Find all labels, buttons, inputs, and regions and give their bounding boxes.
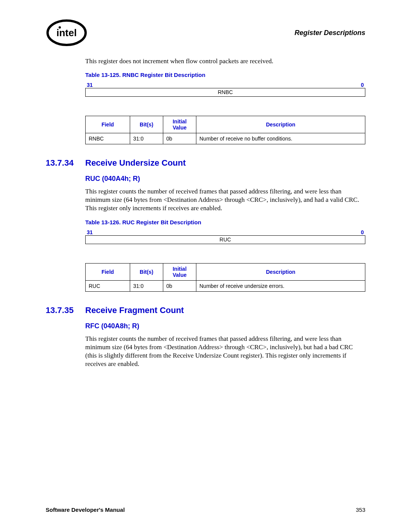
header-section-title: Register Descriptions [295, 29, 365, 37]
td-bits: 31:0 [130, 133, 163, 144]
td-init: 0b [163, 280, 196, 291]
section-title: Receive Fragment Count [85, 305, 184, 315]
body-column: This register does not increment when fl… [85, 57, 365, 144]
th-bits: Bit(s) [130, 116, 163, 133]
td-field: RNBC [86, 133, 130, 144]
page-footer: Software Developer's Manual 353 [46, 506, 365, 513]
td-bits: 31:0 [130, 280, 163, 291]
section-13-7-34-heading: 13.7.34 Receive Undersize Count [46, 158, 365, 168]
table-row: RNBC 31:0 0b Number of receive no buffer… [86, 133, 365, 144]
section-number: 13.7.35 [46, 305, 85, 315]
table-125-reg-box: RNBC [85, 88, 365, 97]
footer-doc-title: Software Developer's Manual [46, 506, 125, 513]
section-13-7-35-heading: 13.7.35 Receive Fragment Count [46, 305, 365, 315]
rfc-subheading: RFC (040A8h; R) [85, 322, 365, 330]
table-header-row: Field Bit(s) Initial Value Description [86, 263, 365, 280]
bit-lo: 0 [361, 82, 364, 88]
table-125-details: Field Bit(s) Initial Value Description R… [85, 116, 365, 144]
th-desc: Description [196, 263, 365, 280]
ruc-subheading: RUC (040A4h; R) [85, 175, 365, 183]
bit-hi: 31 [87, 229, 93, 235]
th-field: Field [86, 263, 130, 280]
table-126-caption: Table 13-126. RUC Register Bit Descripti… [85, 219, 365, 225]
section-number: 13.7.34 [46, 158, 85, 168]
bit-hi: 31 [87, 82, 93, 88]
section-34-body: RUC (040A4h; R) This register counts the… [85, 175, 365, 291]
intro-paragraph: This register does not increment when fl… [85, 57, 365, 66]
page: intel Register Descriptions This registe… [0, 0, 411, 532]
bit-lo: 0 [361, 229, 364, 235]
th-init: Initial Value [163, 116, 196, 133]
intel-logo: intel [46, 19, 88, 46]
table-126-bit-range: 31 0 [87, 229, 364, 235]
table-125-caption: Table 13-125. RNBC Register Bit Descript… [85, 72, 365, 78]
page-header: intel Register Descriptions [46, 19, 365, 46]
table-126-details: Field Bit(s) Initial Value Description R… [85, 263, 365, 292]
td-field: RUC [86, 280, 130, 291]
table-row: RUC 31:0 0b Number of receive undersize … [86, 280, 365, 291]
svg-point-2 [59, 26, 61, 29]
section-35-body: RFC (040A8h; R) This register counts the… [85, 322, 365, 368]
td-desc: Number of receive undersize errors. [196, 280, 365, 291]
th-field: Field [86, 116, 130, 133]
th-init: Initial Value [163, 263, 196, 280]
section-title: Receive Undersize Count [85, 158, 186, 168]
table-126-reg-box: RUC [85, 235, 365, 244]
table-header-row: Field Bit(s) Initial Value Description [86, 116, 365, 133]
table-125-bit-range: 31 0 [87, 82, 364, 88]
ruc-paragraph: This register counts the number of recei… [85, 187, 365, 212]
th-bits: Bit(s) [130, 263, 163, 280]
svg-text:intel: intel [56, 27, 76, 38]
footer-page-number: 353 [356, 506, 365, 513]
th-desc: Description [196, 116, 365, 133]
td-desc: Number of receive no buffer conditions. [196, 133, 365, 144]
rfc-paragraph: This register counts the number of recei… [85, 335, 365, 368]
td-init: 0b [163, 133, 196, 144]
